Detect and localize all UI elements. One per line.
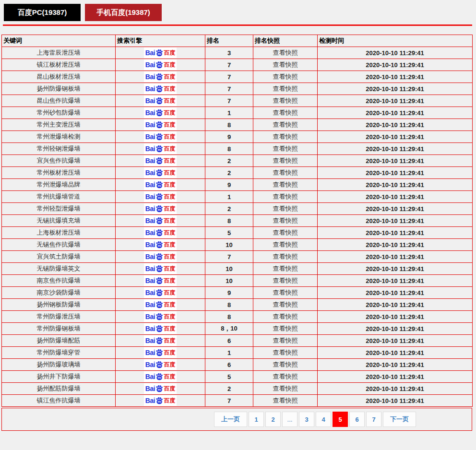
baidu-logo-du: du <box>158 388 162 391</box>
snapshot-link[interactable]: 查看快照 <box>273 313 298 320</box>
baidu-logo-cn: 百度 <box>164 362 175 367</box>
baidu-logo-cn: 百度 <box>164 242 175 248</box>
snapshot-link[interactable]: 查看快照 <box>273 181 298 188</box>
keyword-cell: 扬州防爆墙配筋 <box>2 335 116 347</box>
baidu-logo-cn: 百度 <box>164 350 175 355</box>
baidu-logo-du: du <box>158 160 162 163</box>
page-button-3[interactable]: 3 <box>299 412 314 427</box>
snapshot-link[interactable]: 查看快照 <box>273 241 298 248</box>
snapshot-link[interactable]: 查看快照 <box>273 397 298 404</box>
snapshot-link[interactable]: 查看快照 <box>273 277 298 284</box>
table-row: 昆山焦作抗爆墙 Bai du 百度 7 查看快照 2020-10-10 11:2… <box>2 95 473 107</box>
snapshot-link[interactable]: 查看快照 <box>273 109 298 116</box>
snapshot-link[interactable]: 查看快照 <box>273 373 298 380</box>
baidu-logo-du: du <box>158 124 162 127</box>
snapshot-link[interactable]: 查看快照 <box>273 121 298 128</box>
snapshot-link[interactable]: 查看快照 <box>273 205 298 212</box>
baidu-logo-cn: 百度 <box>164 326 175 332</box>
time-cell: 2020-10-10 11:29:41 <box>318 107 473 119</box>
keyword-cell: 镇江焦作抗爆墙 <box>2 395 116 407</box>
prev-page-button[interactable]: 上一页 <box>214 412 247 427</box>
baidu-logo-cn: 百度 <box>164 122 175 128</box>
snapshot-link[interactable]: 查看快照 <box>273 385 298 392</box>
header-engine: 搜索引擎 <box>116 35 205 47</box>
time-cell: 2020-10-10 11:29:41 <box>318 251 473 263</box>
baidu-logo-bai: Bai <box>145 385 155 392</box>
rank-cell: 6 <box>205 335 253 347</box>
keyword-cell: 常州泄爆墙检测 <box>2 131 116 143</box>
keyword-cell: 扬州井下防爆墙 <box>2 371 116 383</box>
rank-cell: 8 <box>205 311 253 323</box>
page-button-1[interactable]: 1 <box>249 412 264 427</box>
snapshot-link[interactable]: 查看快照 <box>273 169 298 176</box>
baidu-logo-cn: 百度 <box>164 74 175 80</box>
keyword-cell: 南京焦作抗爆墙 <box>2 275 116 287</box>
page-button-6[interactable]: 6 <box>349 412 365 427</box>
table-row: 扬州防爆钢板墙 Bai du 百度 7 查看快照 2020-10-10 11:2… <box>2 83 473 95</box>
baidu-logo: Bai du 百度 <box>144 359 177 370</box>
baidu-logo-bai: Bai <box>145 337 155 344</box>
baidu-logo: Bai du 百度 <box>144 299 177 310</box>
baidu-paw-icon: du <box>155 181 163 189</box>
keyword-cell: 扬州配筋防爆墙 <box>2 383 116 395</box>
baidu-logo-bai: Bai <box>145 169 155 176</box>
baidu-logo-du: du <box>158 340 162 343</box>
baidu-paw-icon: du <box>155 61 163 69</box>
page-button-7[interactable]: 7 <box>366 412 381 427</box>
baidu-logo: Bai du 百度 <box>144 395 177 406</box>
time-cell: 2020-10-10 11:29:41 <box>318 359 473 371</box>
baidu-logo: Bai du 百度 <box>144 47 177 58</box>
rank-cell: 8，10 <box>205 323 253 335</box>
baidu-logo: Bai du 百度 <box>144 119 177 130</box>
snapshot-link[interactable]: 查看快照 <box>273 85 298 92</box>
snapshot-link[interactable]: 查看快照 <box>273 361 298 368</box>
baidu-logo-du: du <box>158 328 162 331</box>
baidu-paw-icon: du <box>155 133 163 141</box>
rank-cell: 7 <box>205 95 253 107</box>
snapshot-link[interactable]: 查看快照 <box>273 289 298 296</box>
baidu-logo-cn: 百度 <box>164 278 175 284</box>
page-button-2[interactable]: 2 <box>265 412 281 427</box>
snapshot-link[interactable]: 查看快照 <box>273 325 298 332</box>
page-button-4[interactable]: 4 <box>316 412 331 427</box>
table-body: 上海雷辰泄压墙 Bai du 百度 3 查看快照 2020-10-10 11:2… <box>2 47 473 407</box>
snapshot-link[interactable]: 查看快照 <box>273 73 298 80</box>
snapshot-link[interactable]: 查看快照 <box>273 49 298 56</box>
baidu-logo-du: du <box>158 88 162 91</box>
table-row: 常州防爆泄压墙 Bai du 百度 8 查看快照 2020-10-10 11:2… <box>2 311 473 323</box>
baidu-logo-du: du <box>158 400 162 403</box>
baidu-logo: Bai du 百度 <box>144 311 177 322</box>
baidu-paw-icon: du <box>155 73 163 81</box>
header-rank: 排名 <box>205 35 253 47</box>
snapshot-link[interactable]: 查看快照 <box>273 97 298 104</box>
baidu-logo-cn: 百度 <box>164 170 175 176</box>
snapshot-link[interactable]: 查看快照 <box>273 133 298 140</box>
snapshot-link[interactable]: 查看快照 <box>273 157 298 164</box>
time-cell: 2020-10-10 11:29:41 <box>318 287 473 299</box>
header-snapshot: 排名快照 <box>253 35 318 47</box>
baidu-paw-icon: du <box>155 217 163 225</box>
rank-cell: 9 <box>205 179 253 191</box>
page-button-5[interactable]: 5 <box>333 412 348 427</box>
snapshot-link[interactable]: 查看快照 <box>273 301 298 308</box>
tab-baidu-mobile[interactable]: 手机百度(19387) <box>85 4 162 21</box>
snapshot-link[interactable]: 查看快照 <box>273 337 298 344</box>
snapshot-link[interactable]: 查看快照 <box>273 229 298 236</box>
time-cell: 2020-10-10 11:29:41 <box>318 383 473 395</box>
baidu-logo-du: du <box>158 220 162 223</box>
tab-baidu-pc[interactable]: 百度PC(19387) <box>4 4 81 21</box>
snapshot-link[interactable]: 查看快照 <box>273 145 298 152</box>
snapshot-link[interactable]: 查看快照 <box>273 193 298 200</box>
snapshot-link[interactable]: 查看快照 <box>273 217 298 224</box>
baidu-logo-du: du <box>158 352 162 355</box>
snapshot-link[interactable]: 查看快照 <box>273 253 298 260</box>
rank-cell: 1 <box>205 191 253 203</box>
baidu-logo-bai: Bai <box>145 277 155 284</box>
snapshot-link[interactable]: 查看快照 <box>273 265 298 272</box>
baidu-logo: Bai du 百度 <box>144 371 177 382</box>
next-page-button[interactable]: 下一页 <box>383 412 416 427</box>
snapshot-link[interactable]: 查看快照 <box>273 61 298 68</box>
baidu-logo-du: du <box>158 304 162 307</box>
baidu-logo-du: du <box>158 244 162 247</box>
snapshot-link[interactable]: 查看快照 <box>273 349 298 356</box>
